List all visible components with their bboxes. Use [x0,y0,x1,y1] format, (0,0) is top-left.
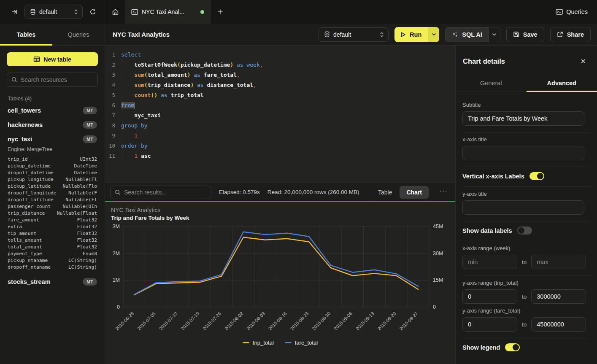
column-row-dropoff_longitude[interactable]: dropoff_longitudeNullable(F [7,189,98,196]
legend-swatch [243,342,249,343]
tab-nyc-taxi-analytics[interactable]: NYC Taxi Anal... [125,0,211,24]
y-range-trip-min-input[interactable] [462,289,517,304]
legend-item-fare_total[interactable]: fare_total [285,340,318,346]
save-button-label: Save [523,31,538,38]
main-header: NYC Taxi Analytics default Ru [105,24,597,46]
svg-text:2015-09-27: 2015-09-27 [398,311,419,331]
column-row-tip_amount[interactable]: tip_amountFloat32 [7,230,98,237]
panel-tab-general[interactable]: General [456,74,527,92]
svg-text:3M: 3M [113,224,120,229]
svg-text:1M: 1M [113,277,120,283]
y-range-fare-min-input[interactable] [462,317,517,332]
table-row-hackernews[interactable]: hackernewsMT [7,118,98,132]
code-line-7: 7 nyc_taxi [105,111,455,121]
sidebar-tab-queries[interactable]: Queries [52,24,105,45]
sql-editor[interactable]: 1select2 toStartOfWeek(pickup_datetime) … [105,46,455,183]
column-row-pickup_datetime[interactable]: pickup_datetimeDateTime [7,162,98,169]
column-row-dropoff_datetime[interactable]: dropoff_datetimeDateTime [7,169,98,176]
svg-text:15M: 15M [433,277,443,283]
column-row-dropoff_latitude[interactable]: dropoff_latitudeNullable(Fl [7,196,98,203]
table-row-cell_towers[interactable]: cell_towersMT [7,103,98,118]
code-text: 1 asc [121,151,151,161]
subtitle-input[interactable] [462,111,584,126]
home-button[interactable] [105,0,125,24]
y-axis-title-input[interactable] [462,200,584,215]
tables-section-label: Tables (4) [8,95,97,102]
sql-ai-button-label: SQL AI [462,31,482,38]
more-options-button[interactable]: ··· [437,187,450,197]
column-row-trip_distance[interactable]: trip_distanceNullable(Float [7,210,98,216]
column-name: dropoff_latitude [8,197,54,202]
to-label: to [522,294,527,300]
view-toggle-table[interactable]: Table [371,186,399,199]
topbar-database-select[interactable]: default [24,5,83,19]
column-name: extra [8,224,22,229]
column-type: LC(String) [68,258,97,263]
column-row-tolls_amount[interactable]: tolls_amountFloat32 [7,237,98,243]
save-icon [513,31,519,38]
column-row-extra[interactable]: extraFloat32 [7,223,98,230]
show-legend-toggle[interactable] [505,343,520,351]
chevron-sort-icon [380,32,384,38]
x-range-min-input[interactable] [462,255,517,269]
to-label: to [522,259,527,265]
results-chart-section: 001M15M2M30M3M45M2015-06-282015-07-05201… [105,202,455,364]
topbar: default NYC Taxi Anal... [0,0,597,24]
show-legend-row: Show legend [462,343,584,351]
header-database-select[interactable]: default [319,27,389,42]
column-row-pickup_latitude[interactable]: pickup_latitudeNullable(Flo [7,183,98,189]
toggle-knob [537,173,543,179]
run-options-button[interactable] [428,27,439,42]
refresh-button[interactable] [87,6,99,18]
column-row-passenger_count[interactable]: passenger_countNullable(UIn [7,203,98,210]
sql-ai-button[interactable]: SQL AI [446,27,488,42]
run-button[interactable]: Run [394,27,428,42]
legend-item-trip_total[interactable]: trip_total [243,340,274,346]
view-toggle-chart[interactable]: Chart [400,186,429,199]
sidebar-search-input[interactable] [21,76,93,83]
panel-tab-advanced[interactable]: Advanced [527,74,597,92]
results-search-input[interactable] [124,189,207,196]
line-number: 7 [105,111,115,121]
column-name: tip_amount [8,231,36,236]
subtitle-field-label: Subtitle [462,102,584,108]
collapse-sidebar-button[interactable] [8,6,20,18]
column-row-total_amount[interactable]: total_amountFloat32 [7,243,98,250]
x-range-max-input[interactable] [531,255,586,269]
save-button[interactable]: Save [506,27,544,42]
sidebar-tab-tables[interactable]: Tables [0,24,52,45]
read-stat: Read: 20,000,000 rows (260.00 MB) [267,189,359,195]
close-icon[interactable]: ✕ [578,57,589,66]
column-row-pickup_longitude[interactable]: pickup_longitudeNullable(Fl [7,176,98,183]
queries-button[interactable]: Queries [556,8,588,15]
table-row-nyc_taxi[interactable]: nyc_taxiMT [7,132,98,146]
column-name: total_amount [8,244,42,250]
code-text: toStartOfWeek(pickup_datetime) as week, [121,60,263,70]
y-range-trip-max-input[interactable] [531,289,586,304]
new-tab-button[interactable] [211,0,230,24]
column-row-payment_type[interactable]: payment_typeEnum8 [7,250,98,257]
show-data-labels-toggle[interactable] [517,226,532,235]
sql-ai-options-button[interactable] [488,27,500,42]
column-row-dropoff_ntaname[interactable]: dropoff_ntanameLC(String) [7,264,98,270]
table-row-stocks_stream[interactable]: stocks_streamMT [7,275,98,289]
column-row-pickup_ntaname[interactable]: pickup_ntanameLC(String) [7,257,98,264]
panel-title: Chart details [463,57,505,65]
column-row-fare_amount[interactable]: fare_amountFloat32 [7,216,98,223]
y-range-fare-max-input[interactable] [531,317,586,332]
line-number: 6 [105,100,115,111]
share-button[interactable]: Share [550,27,591,42]
table-name: stocks_stream [8,278,51,285]
field-divider [462,167,590,167]
vertical-x-labels-toggle[interactable] [529,172,544,180]
x-axis-title-input[interactable] [462,146,584,160]
new-table-button[interactable]: New table [7,52,98,66]
chart-title: NYC Taxi Analytics [111,207,455,213]
column-row-trip_id[interactable]: trip_idUInt32 [7,156,98,162]
topbar-right: Queries [556,0,597,24]
engine-badge: MT [83,135,97,143]
svg-text:2015-08-30: 2015-08-30 [311,311,331,331]
more-icon: ··· [440,187,448,194]
line-number: 1 [105,50,115,60]
legend-label: trip_total [253,340,274,346]
